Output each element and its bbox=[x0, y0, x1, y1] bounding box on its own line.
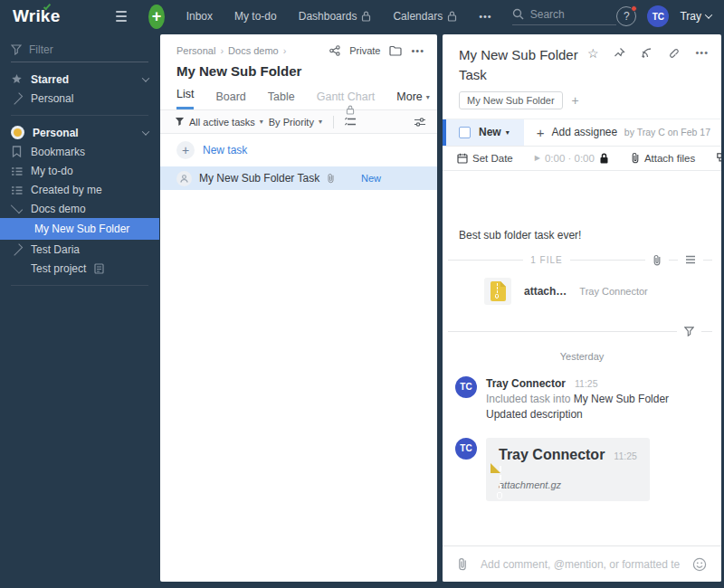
sidebar-section-starred[interactable]: Starred bbox=[0, 70, 159, 89]
nav-calendars[interactable]: Calendars bbox=[393, 10, 457, 23]
sidebar-item-test-project[interactable]: Test project bbox=[0, 259, 159, 278]
star-icon bbox=[11, 73, 23, 85]
global-search[interactable] bbox=[512, 8, 617, 25]
activity-author[interactable]: Tray Connector bbox=[499, 447, 605, 463]
sidebar-item-my-todo[interactable]: My to-do bbox=[0, 161, 159, 180]
wrike-logo[interactable]: Wrike bbox=[13, 6, 60, 26]
wrike-logo-text: Wrike bbox=[13, 6, 60, 25]
plus-icon: + bbox=[152, 8, 162, 24]
tab-table[interactable]: Table bbox=[268, 90, 295, 109]
list-settings-icon[interactable] bbox=[414, 117, 426, 128]
active-tasks-filter[interactable]: All active tasks ▾ bbox=[175, 117, 263, 128]
new-task-button[interactable]: + New task bbox=[160, 134, 437, 166]
sidebar-item-created-by-me[interactable]: Created by me bbox=[0, 180, 159, 199]
chevron-down-icon bbox=[142, 74, 149, 81]
zip-file-icon bbox=[484, 278, 511, 305]
task-more-icon[interactable]: ••• bbox=[695, 47, 709, 58]
privacy-label[interactable]: Private bbox=[349, 45, 380, 56]
user-avatar[interactable]: TC bbox=[647, 5, 669, 27]
tab-more[interactable]: More▾ bbox=[396, 90, 430, 109]
activity-author[interactable]: Tray Connector bbox=[486, 376, 566, 392]
attachment-card[interactable]: Tray Connector 11:25 attachment.gz bbox=[486, 438, 650, 501]
folder-more-icon[interactable]: ••• bbox=[411, 45, 424, 56]
set-date-button[interactable]: Set Date bbox=[457, 153, 513, 164]
star-icon[interactable]: ☆ bbox=[587, 47, 599, 60]
view-tabs: List Board Table Gantt Chart More▾ bbox=[160, 79, 437, 109]
nav-dashboards[interactable]: Dashboards bbox=[299, 10, 372, 23]
paperclip-icon[interactable] bbox=[653, 254, 662, 266]
paperclip-icon[interactable] bbox=[457, 557, 468, 571]
task-description[interactable]: Best sub folder task ever! bbox=[443, 171, 721, 242]
search-icon bbox=[512, 8, 524, 20]
sidebar-divider bbox=[11, 115, 148, 116]
share-icon[interactable] bbox=[329, 45, 340, 56]
sort-by-priority[interactable]: By Priority ▾ bbox=[269, 117, 322, 128]
add-dependency-button[interactable]: Add dependency bbox=[717, 153, 721, 164]
top-bar: Wrike + Inbox My to-do Dashboards Calend… bbox=[0, 0, 724, 33]
add-tag-icon[interactable]: + bbox=[572, 93, 579, 108]
task-row[interactable]: My New Sub Folder Task New bbox=[160, 166, 437, 190]
activity-time: 11:25 bbox=[575, 377, 598, 391]
filter-icon bbox=[11, 44, 22, 55]
assignee-placeholder-icon bbox=[176, 171, 192, 186]
chevron-down-icon bbox=[142, 128, 149, 135]
tab-board[interactable]: Board bbox=[215, 90, 245, 109]
sidebar-filter[interactable] bbox=[11, 43, 148, 62]
emoji-icon[interactable] bbox=[692, 557, 707, 572]
breadcrumb: Personal › Docs demo › Private ••• bbox=[160, 34, 437, 56]
task-toolbar: Set Date ▶ 0:00 · 0:00 Attach files Add … bbox=[443, 146, 721, 171]
menu-icon[interactable] bbox=[116, 11, 127, 22]
caret-down-icon: ▾ bbox=[506, 128, 510, 137]
help-button[interactable]: ? bbox=[616, 6, 636, 26]
add-assignee-button[interactable]: + Add assignee bbox=[524, 125, 618, 140]
time-tracker[interactable]: ▶ 0:00 · 0:00 bbox=[535, 153, 609, 164]
folder-icon[interactable] bbox=[389, 45, 402, 56]
calendar-icon bbox=[457, 153, 468, 164]
tab-list[interactable]: List bbox=[176, 88, 194, 109]
sidebar-space-personal[interactable]: Personal bbox=[0, 123, 159, 142]
file-row[interactable]: attach… Tray Connector bbox=[443, 266, 721, 305]
file-list-view-icon[interactable] bbox=[685, 255, 696, 264]
file-name[interactable]: attach… bbox=[524, 285, 567, 298]
status-dropdown[interactable]: New▾ bbox=[446, 119, 524, 146]
follow-rss-icon[interactable] bbox=[641, 47, 653, 59]
create-new-button[interactable]: + bbox=[148, 5, 165, 29]
sidebar-item-bookmarks[interactable]: Bookmarks bbox=[0, 142, 159, 161]
filter-input[interactable] bbox=[29, 43, 148, 56]
status-row: New▾ + Add assignee by Tray C on Feb 17 bbox=[443, 119, 721, 146]
sidebar-starred-personal[interactable]: Personal bbox=[0, 89, 159, 108]
activity-filter-icon[interactable] bbox=[684, 327, 694, 337]
top-more-icon[interactable]: ••• bbox=[479, 11, 492, 22]
search-input[interactable] bbox=[530, 8, 617, 21]
breadcrumb-personal[interactable]: Personal bbox=[176, 45, 215, 56]
attach-files-button[interactable]: Attach files bbox=[631, 152, 695, 164]
task-complete-checkbox[interactable] bbox=[459, 127, 471, 138]
task-title[interactable]: My New Sub Folder Task bbox=[459, 45, 587, 85]
sidebar-item-docs-demo[interactable]: Docs demo bbox=[0, 199, 159, 218]
comment-input[interactable] bbox=[481, 558, 680, 571]
paperclip-icon bbox=[327, 173, 335, 184]
nav-inbox[interactable]: Inbox bbox=[186, 10, 213, 23]
author-byline: by Tray C on Feb 17 bbox=[624, 127, 721, 138]
nav-my-todo[interactable]: My to-do bbox=[234, 10, 277, 23]
created-list-icon bbox=[11, 185, 23, 195]
activity-entry: TC Tray Connector 11:25 Included task in… bbox=[443, 362, 721, 423]
sidebar-item-my-new-sub-folder[interactable]: My New Sub Folder bbox=[0, 218, 159, 240]
sidebar-item-test-daria[interactable]: Test Daria bbox=[0, 240, 159, 259]
list-filter-toolbar: All active tasks ▾ By Priority ▾ bbox=[160, 109, 437, 134]
pin-icon[interactable] bbox=[614, 47, 625, 59]
app-window: Wrike + Inbox My to-do Dashboards Calend… bbox=[0, 0, 724, 588]
permalink-icon[interactable] bbox=[668, 47, 680, 59]
filter-icon bbox=[175, 117, 185, 127]
user-menu[interactable]: Tray bbox=[680, 10, 711, 23]
sidebar-divider bbox=[11, 285, 148, 286]
tab-gantt-chart[interactable]: Gantt Chart bbox=[317, 90, 376, 109]
lock-icon bbox=[599, 153, 609, 164]
activity-line: Updated description bbox=[486, 407, 669, 422]
attachment-name[interactable]: attachment.gz bbox=[499, 479, 637, 490]
folder-panel: Personal › Docs demo › Private ••• My Ne… bbox=[160, 34, 437, 582]
folder-tag[interactable]: My New Sub Folder bbox=[459, 91, 563, 109]
todo-list-icon bbox=[11, 166, 23, 176]
subtasks-toggle-icon[interactable] bbox=[345, 117, 357, 127]
breadcrumb-docs-demo[interactable]: Docs demo bbox=[228, 45, 279, 56]
